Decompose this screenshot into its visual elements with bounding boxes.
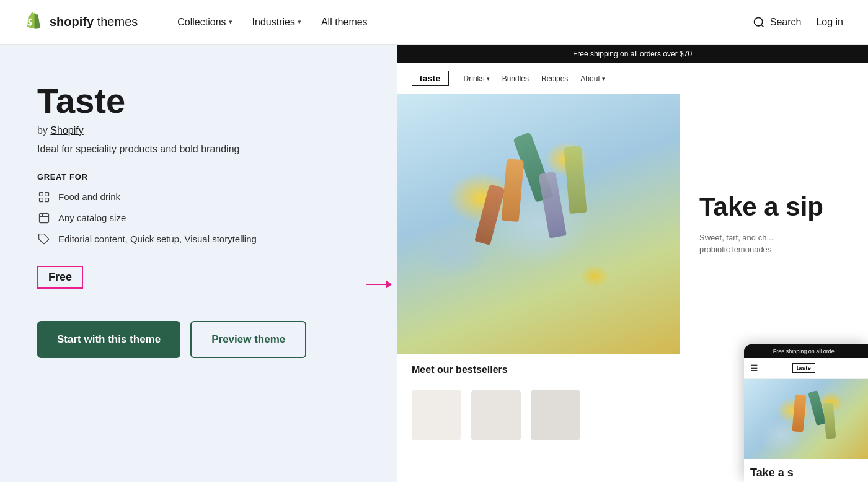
shopify-logo-icon <box>25 12 45 32</box>
cta-row: Start with this theme Preview theme <box>37 321 360 358</box>
nav-all-themes[interactable]: All themes <box>311 12 378 33</box>
author-link[interactable]: Shopify <box>50 125 83 136</box>
preview-text-area: Take a sip Sweet, tart, and ch...probiot… <box>680 94 868 354</box>
feature-food-drink: Food and drink <box>37 190 360 204</box>
preview-logo: taste <box>412 71 449 86</box>
theme-preview-panel: Free shipping on all orders over $70 tas… <box>397 45 868 482</box>
mobile-logo: taste <box>792 363 815 373</box>
svg-rect-6 <box>40 213 49 222</box>
preview-about-link: About ▾ <box>580 74 604 83</box>
feature-catalog: Any catalog size <box>37 211 360 225</box>
product-thumb-2 <box>471 390 521 440</box>
mobile-headline: Take a s <box>744 459 868 482</box>
header: shopify themes Collections ▾ Industries … <box>0 0 868 45</box>
price-badge: Free <box>37 266 83 289</box>
mobile-topbar: Free shipping on all orde... <box>744 344 868 358</box>
product-thumb-1 <box>412 390 461 440</box>
nav-collections[interactable]: Collections ▾ <box>167 12 242 33</box>
login-button[interactable]: Log in <box>816 17 843 28</box>
great-for-label: GREAT FOR <box>37 172 360 182</box>
product-thumb-3 <box>531 390 580 440</box>
theme-title: Taste <box>37 82 360 120</box>
theme-author: by Shopify <box>37 125 360 136</box>
main-content: Taste by Shopify Ideal for speciality pr… <box>0 45 868 482</box>
logo-area[interactable]: shopify themes <box>25 12 138 32</box>
grid-icon <box>37 190 51 204</box>
preview-bundles-link: Bundles <box>502 74 529 83</box>
preview-hero: Take a sip Sweet, tart, and ch...probiot… <box>397 94 868 354</box>
features-list: Food and drink Any catalog size <box>37 190 360 246</box>
nav-industries[interactable]: Industries ▾ <box>242 12 311 33</box>
logo-text: shopify themes <box>50 15 138 29</box>
svg-rect-5 <box>45 198 49 201</box>
search-button[interactable]: Search <box>753 16 802 28</box>
header-right: Search Log in <box>753 16 843 28</box>
theme-description: Ideal for speciality products and bold b… <box>37 144 360 155</box>
start-theme-button[interactable]: Start with this theme <box>37 321 180 358</box>
lemon-scene <box>397 94 680 354</box>
svg-line-1 <box>761 24 764 27</box>
drinks-chevron-icon: ▾ <box>487 76 490 82</box>
preview-subtext: Sweet, tart, and ch...probiotic lemonade… <box>699 232 848 256</box>
theme-info-panel: Taste by Shopify Ideal for speciality pr… <box>0 45 397 482</box>
mobile-preview: Free shipping on all orde... ☰ taste Tak… <box>744 344 868 482</box>
mobile-lemon-scene <box>744 379 868 459</box>
preview-drinks-link: Drinks ▾ <box>464 74 490 83</box>
mobile-nav: ☰ taste <box>744 358 868 379</box>
main-nav: Collections ▾ Industries ▾ All themes <box>167 12 752 33</box>
preview-headline: Take a sip <box>699 193 848 221</box>
mobile-hero-image <box>744 379 868 459</box>
about-chevron-icon: ▾ <box>602 76 605 82</box>
preview-recipes-link: Recipes <box>541 74 568 83</box>
feature-editorial: Editorial content, Quick setup, Visual s… <box>37 232 360 246</box>
preview-nav: taste Drinks ▾ Bundles Recipes About ▾ <box>397 63 868 94</box>
preview-theme-button[interactable]: Preview theme <box>190 321 306 358</box>
hamburger-icon: ☰ <box>750 363 758 373</box>
svg-rect-2 <box>40 192 43 196</box>
search-icon <box>753 16 765 28</box>
preview-topbar: Free shipping on all orders over $70 <box>397 45 868 63</box>
preview-hero-image <box>397 94 680 354</box>
price-arrow <box>366 280 392 289</box>
svg-rect-3 <box>45 192 49 196</box>
tag-icon <box>37 232 51 246</box>
collections-chevron-icon: ▾ <box>229 18 232 26</box>
svg-point-0 <box>754 17 762 25</box>
preview-nav-links: Drinks ▾ Bundles Recipes About ▾ <box>464 74 605 83</box>
svg-rect-4 <box>40 198 43 201</box>
industries-chevron-icon: ▾ <box>298 18 301 26</box>
book-icon <box>37 211 51 225</box>
